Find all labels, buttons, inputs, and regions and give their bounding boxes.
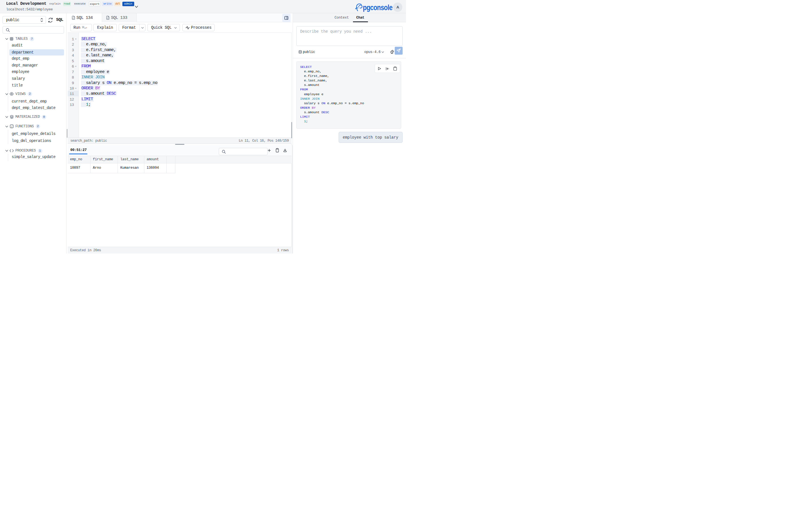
svg-text:f: f bbox=[11, 125, 13, 128]
